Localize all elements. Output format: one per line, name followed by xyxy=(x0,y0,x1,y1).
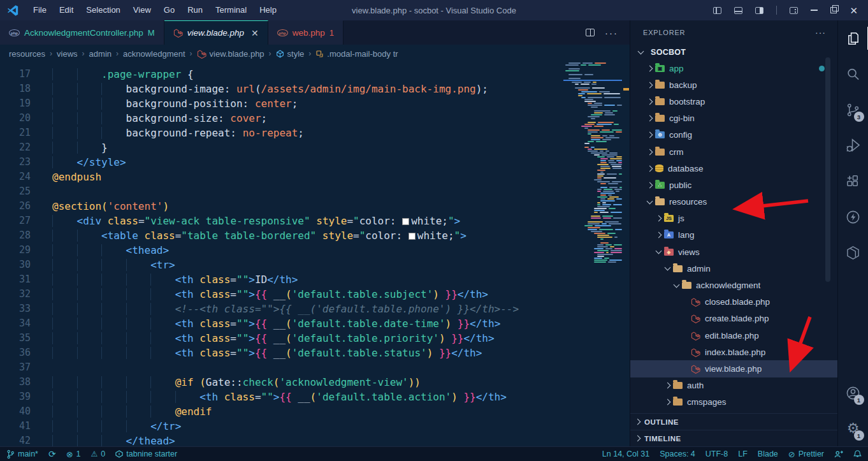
tab-web-php[interactable]: phpweb.php1 xyxy=(268,20,344,45)
chevron-right-icon[interactable] xyxy=(647,65,653,71)
code-line-18[interactable]: 18 background-image: url(/assets/admin/i… xyxy=(0,82,563,96)
breadcrumb-item-acknowledgment[interactable]: acknowledgment xyxy=(123,49,185,59)
tree-item-acknowledgment[interactable]: acknowledgment xyxy=(630,277,837,293)
code-line-36[interactable]: 36 <th class="">{{ __('default.table.sta… xyxy=(0,346,563,360)
code-line-32[interactable]: 32 <th class="">{{ __('default.table.sub… xyxy=(0,287,563,302)
activity-thunder-client[interactable] xyxy=(838,199,868,235)
tree-item-auth[interactable]: auth xyxy=(630,377,837,394)
tree-item-cgi-bin[interactable]: cgi-bin xyxy=(630,110,837,127)
status-warnings[interactable]: ⚠0 xyxy=(91,450,106,458)
activity-settings[interactable]: ⚙1 xyxy=(838,411,868,446)
tree-item-backup[interactable]: backup xyxy=(630,77,837,93)
toggle-primary-sidebar-icon[interactable] xyxy=(713,7,721,14)
chevron-down-icon[interactable] xyxy=(665,265,671,271)
tree-item-create-blade-php[interactable]: create.blade.php xyxy=(630,311,837,327)
code-line-24[interactable]: 24@endpush xyxy=(0,170,563,184)
code-line-23[interactable]: 23 </style> xyxy=(0,155,563,170)
code-line-38[interactable]: 38 @if (Gate::check('acknowledgment-view… xyxy=(0,375,563,390)
activity-extensions[interactable] xyxy=(838,163,868,199)
tree-item-closed-blade-php[interactable]: closed.blade.php xyxy=(630,294,837,311)
code-line-20[interactable]: 20 background-size: cover; xyxy=(0,111,563,126)
section-header-timeline[interactable]: TIMELINE xyxy=(630,430,837,446)
tree-item-admin[interactable]: admin xyxy=(630,260,837,277)
chevron-right-icon[interactable] xyxy=(647,115,653,122)
chevron-right-icon[interactable] xyxy=(647,149,653,155)
status-indentation[interactable]: Spaces: 4 xyxy=(660,450,695,458)
code-line-33[interactable]: 33 <!--<th class="">{{ __('default.table… xyxy=(0,302,563,316)
toggle-panel-icon[interactable] xyxy=(734,7,742,14)
activity-run-debug[interactable] xyxy=(838,128,868,163)
chevron-right-icon[interactable] xyxy=(656,232,662,238)
breadcrumb-item-style[interactable]: style xyxy=(276,49,305,59)
sidebar-scrollbar[interactable] xyxy=(825,57,830,282)
chevron-right-icon[interactable] xyxy=(665,383,671,389)
chevron-right-icon[interactable] xyxy=(647,99,653,105)
code-line-41[interactable]: 41 </tr> xyxy=(0,419,563,434)
code-line-22[interactable]: 22 } xyxy=(0,140,563,155)
status-eol[interactable]: LF xyxy=(738,450,748,458)
section-header-outline[interactable]: OUTLINE xyxy=(630,413,837,430)
status-cursor-position[interactable]: Ln 14, Col 31 xyxy=(602,450,649,458)
menu-item-run[interactable]: Run xyxy=(181,0,209,20)
tree-item-view-blade-php[interactable]: view.blade.php xyxy=(630,360,837,377)
tree-item-database[interactable]: database xyxy=(630,160,837,177)
status-notifications[interactable] xyxy=(853,450,862,458)
restore-icon[interactable] xyxy=(830,7,837,13)
chevron-right-icon[interactable] xyxy=(647,132,653,138)
tree-item-edit-blade-php[interactable]: edit.blade.php xyxy=(630,327,837,344)
status-tabnine[interactable]: tabnine starter xyxy=(115,450,177,458)
breadcrumb-item-admin[interactable]: admin xyxy=(89,49,112,59)
status-sync[interactable]: ⟳ xyxy=(48,450,56,458)
overview-ruler[interactable] xyxy=(622,62,630,446)
menu-item-edit[interactable]: Edit xyxy=(53,0,80,20)
tree-item-public[interactable]: ∴public xyxy=(630,177,837,193)
tree-item-app[interactable]: ▣app xyxy=(630,60,837,77)
code-line-25[interactable]: 25 xyxy=(0,184,563,199)
breadcrumb-item-modal-mail-body-tr[interactable]: .modal-mail-body tr xyxy=(315,49,398,59)
chevron-right-icon[interactable] xyxy=(647,82,653,88)
tab-view-blade-php[interactable]: view.blade.php✕ xyxy=(164,20,268,45)
tree-item-bootstrap[interactable]: bootstrap xyxy=(630,93,837,110)
tree-item-crm[interactable]: crm xyxy=(630,143,837,160)
menu-item-selection[interactable]: Selection xyxy=(80,0,126,20)
activity-accounts[interactable]: 1 xyxy=(838,375,868,411)
tab-acknowledgmentcontroller-php[interactable]: phpAcknowledgmentController.phpM xyxy=(0,20,164,45)
tree-item-views[interactable]: ◈views xyxy=(630,244,837,260)
code-line-37[interactable]: 37 xyxy=(0,360,563,375)
activity-search[interactable] xyxy=(838,56,868,92)
status-feedback[interactable] xyxy=(834,450,843,458)
code-line-31[interactable]: 31 <th class="">ID</th> xyxy=(0,272,563,287)
code-line-17[interactable]: 17 .page-wrapper { xyxy=(0,67,563,82)
chevron-down-icon[interactable] xyxy=(647,198,653,204)
menu-item-terminal[interactable]: Terminal xyxy=(209,0,253,20)
code-line-30[interactable]: 30 <tr> xyxy=(0,258,563,272)
menu-item-view[interactable]: View xyxy=(127,0,157,20)
close-icon[interactable]: ✕ xyxy=(850,6,858,15)
code-line-21[interactable]: 21 background-repeat: no-repeat; xyxy=(0,126,563,140)
tree-item-lang[interactable]: Alang xyxy=(630,227,837,244)
tree-root-socbot[interactable]: SOCBOT xyxy=(630,45,837,60)
menu-item-go[interactable]: Go xyxy=(157,0,181,20)
activity-container-tools[interactable] xyxy=(838,235,868,270)
chevron-right-icon[interactable] xyxy=(647,165,653,172)
status-encoding[interactable]: UTF-8 xyxy=(705,450,728,458)
code-line-39[interactable]: 39 <th class="">{{ __('default.table.act… xyxy=(0,390,563,404)
minimize-icon[interactable] xyxy=(811,10,818,10)
chevron-right-icon[interactable] xyxy=(665,399,671,406)
code-line-34[interactable]: 34 <th class="">{{ __('default.table.dat… xyxy=(0,316,563,331)
status-branch[interactable]: main* xyxy=(6,450,38,459)
breadcrumb-item-view-blade-php[interactable]: view.blade.php xyxy=(197,49,264,59)
split-editor-icon[interactable] xyxy=(586,29,595,36)
chevron-down-icon[interactable] xyxy=(656,248,662,254)
activity-source-control[interactable]: 3 xyxy=(838,92,868,128)
code-line-28[interactable]: 28 <table class="table table-bordered" s… xyxy=(0,228,563,243)
code-line-42[interactable]: 42 </thead> xyxy=(0,434,563,446)
code-line-16[interactable]: 16 xyxy=(0,62,563,67)
tree-item-index-blade-php[interactable]: index.blade.php xyxy=(630,344,837,360)
code-line-35[interactable]: 35 <th class="">{{ __('default.table.pri… xyxy=(0,331,563,346)
chevron-right-icon[interactable] xyxy=(647,182,653,188)
chevron-down-icon[interactable] xyxy=(674,281,680,288)
activity-explorer[interactable] xyxy=(838,20,868,56)
code-line-26[interactable]: 26@section('content') xyxy=(0,199,563,214)
customize-layout-icon[interactable] xyxy=(790,7,798,14)
